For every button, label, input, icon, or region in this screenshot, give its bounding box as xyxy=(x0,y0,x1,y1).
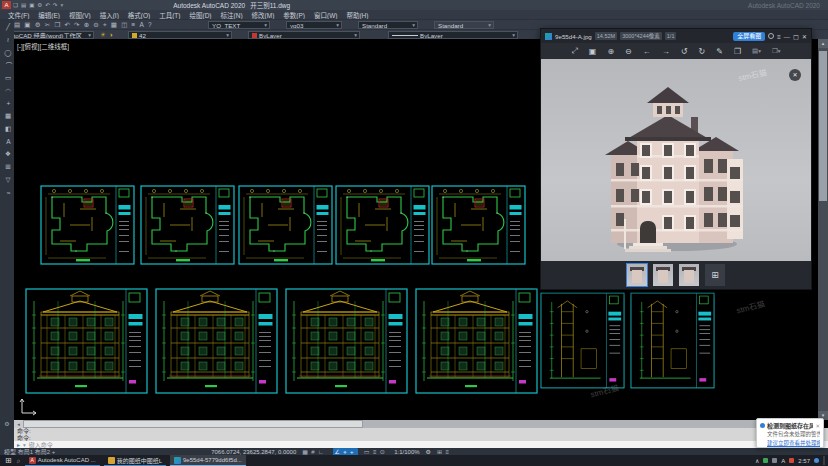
pixel-size-badge: 3000*4244像素 xyxy=(620,32,662,40)
thumbnail-2[interactable] xyxy=(653,264,673,286)
popup-close-icon[interactable]: ✕ xyxy=(815,423,820,429)
menu-view[interactable]: 视图(V) xyxy=(69,10,91,20)
vertical-scroll-thumb[interactable] xyxy=(819,51,827,201)
zoom-out-icon[interactable]: ⊖ xyxy=(625,47,632,56)
viewer-minimize-icon[interactable]: — xyxy=(784,33,790,40)
taskbar-app-autocad[interactable]: A Autodesk AutoCAD ... xyxy=(25,455,100,466)
start-button[interactable]: ⊞ xyxy=(0,456,17,465)
customize-icon[interactable]: ⚙ xyxy=(4,421,9,427)
scroll-left-icon[interactable]: ◂ xyxy=(14,420,23,428)
security-notification-popup: 检测到图纸存在风险项 ✕ 文件包含未处理的警告 建议立即查看并处理相关风险 xyxy=(756,418,824,448)
qat-caret-icon[interactable]: ▾ xyxy=(60,2,63,8)
next-image-icon[interactable]: → xyxy=(662,47,670,56)
list-dropdown-icon[interactable]: ▤▾ xyxy=(752,47,761,55)
menu-insert[interactable]: 插入(I) xyxy=(100,10,119,20)
tray-security-icon[interactable] xyxy=(763,458,768,463)
viewer-image-area[interactable]: stm石猫 ✕ xyxy=(541,59,811,261)
rendered-building-image: stm石猫 xyxy=(541,59,811,261)
rotate-left-icon[interactable]: ↺ xyxy=(681,47,688,56)
workspace-combo[interactable]: AutoCAD 经典(word)工作区▾ xyxy=(2,31,94,39)
popup-action-link[interactable]: 建议立即查看并处理相关风险 xyxy=(767,439,820,447)
menu-window[interactable]: 窗口(W) xyxy=(314,10,337,20)
menu-help[interactable]: 帮助(H) xyxy=(346,10,368,20)
thumbnail-3[interactable] xyxy=(679,264,699,286)
status-right-icons[interactable]: ⊞≡ xyxy=(437,448,452,455)
tray-ime-icon[interactable]: A xyxy=(781,458,785,464)
autocad-taskbar-icon: A xyxy=(29,457,36,464)
autocad-logo-icon[interactable]: A xyxy=(2,1,11,9)
menu-tools[interactable]: 工具(T) xyxy=(159,10,180,20)
show-desktop-button[interactable] xyxy=(823,456,825,465)
ucs-icon xyxy=(20,399,36,415)
taskbar-search-icon[interactable]: ⌕ xyxy=(17,457,21,465)
fullscreen-icon[interactable]: ⤢ xyxy=(571,46,577,56)
taskbar-app-viewer[interactable]: 9e55d4-5779dd6f5d... xyxy=(170,455,246,466)
command-history[interactable]: 命令: 命令: xyxy=(14,428,828,441)
draw-tool-icons[interactable]: ╱≀◯⌒▭◠+▦◧A❖⊞▽≈ xyxy=(3,23,13,201)
status-toggle-icons[interactable]: ▭≡⊙ xyxy=(364,448,388,455)
tray-clock[interactable]: 2:57 xyxy=(798,458,810,464)
viewer-menu-icon[interactable]: ≡ xyxy=(777,33,781,40)
annotation-scale[interactable]: 1:1/100% xyxy=(394,449,419,455)
fit-window-icon[interactable]: ▣ xyxy=(589,47,597,56)
tray-alert-icon[interactable] xyxy=(789,458,794,463)
command-input[interactable]: ▸ ▾ 键入命令 xyxy=(14,441,828,448)
table-style-combo[interactable]: Standard▾ xyxy=(358,21,418,29)
popup-subtitle: 文件包含未处理的警告 xyxy=(767,430,820,438)
combo-caret-icon[interactable]: ▾ xyxy=(336,22,339,29)
combo-caret-icon[interactable]: ▾ xyxy=(264,22,267,29)
tray-notification-icon[interactable] xyxy=(814,458,819,463)
text-style-combo[interactable]: YQ_TEXT▾ xyxy=(208,21,270,29)
more-dropdown-icon[interactable]: ❐▾ xyxy=(772,47,781,55)
zoom-in-icon[interactable]: ⊕ xyxy=(607,47,614,56)
menu-draw[interactable]: 绘图(D) xyxy=(190,10,212,20)
viewer-thumbnail-strip: ⊞ xyxy=(541,261,811,289)
dim-style-combo[interactable]: yq03▾ xyxy=(286,21,342,29)
tray-display-icon[interactable] xyxy=(772,458,777,463)
status-toggle-icons[interactable]: ▦#∟ xyxy=(302,448,327,455)
fullscreen-view-button[interactable]: 全屏看图 xyxy=(733,32,765,41)
viewer-maximize-icon[interactable]: ▢ xyxy=(793,33,799,40)
page-index-badge: 1/1 xyxy=(665,32,677,40)
vertical-scrollbar[interactable]: ▴ ▾ xyxy=(818,39,828,420)
combo-caret-icon[interactable]: ▾ xyxy=(488,22,491,29)
menu-edit[interactable]: 编辑(E) xyxy=(38,10,60,20)
menu-file[interactable]: 文件(F) xyxy=(8,10,29,20)
menu-dimension[interactable]: 标注(N) xyxy=(221,10,243,20)
menu-parametric[interactable]: 参数(P) xyxy=(283,10,305,20)
user-icon[interactable] xyxy=(768,33,774,39)
thumbnail-1[interactable] xyxy=(627,264,647,286)
viewport-controls-label[interactable]: [-][俯视][二维线框] xyxy=(17,41,69,51)
copy-icon[interactable]: ❐ xyxy=(734,47,741,56)
viewer-title-bar[interactable]: 9e55d4-A.jpg 14.52M 3000*4244像素 1/1 全屏看图… xyxy=(541,29,811,43)
popup-title: 检测到图纸存在风险项 xyxy=(767,421,813,430)
edit-icon[interactable]: ✎ xyxy=(716,47,723,56)
overlay-close-button[interactable]: ✕ xyxy=(789,69,801,81)
horizontal-scroll-thumb[interactable] xyxy=(23,420,363,428)
prev-image-icon[interactable]: ← xyxy=(643,47,651,56)
linetype-combo[interactable]: ByLayer▾ xyxy=(388,31,518,39)
taskbar-app-folder[interactable]: 我的图纸中图纸L xyxy=(104,455,166,466)
menu-modify[interactable]: 修改(M) xyxy=(252,10,275,20)
rotate-right-icon[interactable]: ↻ xyxy=(698,47,705,56)
quick-access-toolbar[interactable]: ❏▤▣⚙↶↷ xyxy=(13,0,60,10)
viewer-close-icon[interactable]: ✕ xyxy=(802,33,807,40)
layer-combo[interactable]: 42▾ xyxy=(128,31,232,39)
menu-format[interactable]: 格式(O) xyxy=(128,10,150,20)
gear-icon[interactable]: ⚙ xyxy=(426,448,431,455)
autocad-screen: A ❏▤▣⚙↶↷ ▾ Autodesk AutoCAD 2020 开三别11.d… xyxy=(0,0,828,466)
combo-caret-icon[interactable]: ▾ xyxy=(88,32,91,39)
shield-icon xyxy=(760,423,765,428)
object-color-chip xyxy=(252,33,257,38)
color-combo[interactable]: ByLayer▾ xyxy=(248,31,360,39)
scroll-up-icon[interactable]: ▴ xyxy=(818,39,828,48)
thumbnail-grid-button[interactable]: ⊞ xyxy=(705,264,725,286)
combo-caret-icon[interactable]: ▾ xyxy=(354,32,357,39)
tray-chevron-icon[interactable]: ∧ xyxy=(755,457,759,464)
combo-caret-icon[interactable]: ▾ xyxy=(412,22,415,29)
app-title: Autodesk AutoCAD 2020 xyxy=(173,2,245,9)
mleader-style-combo[interactable]: Standard▾ xyxy=(434,21,494,29)
combo-caret-icon[interactable]: ▾ xyxy=(226,32,229,39)
horizontal-scrollbar[interactable]: ◂ ▸ xyxy=(14,420,818,428)
combo-caret-icon[interactable]: ▾ xyxy=(512,32,515,39)
